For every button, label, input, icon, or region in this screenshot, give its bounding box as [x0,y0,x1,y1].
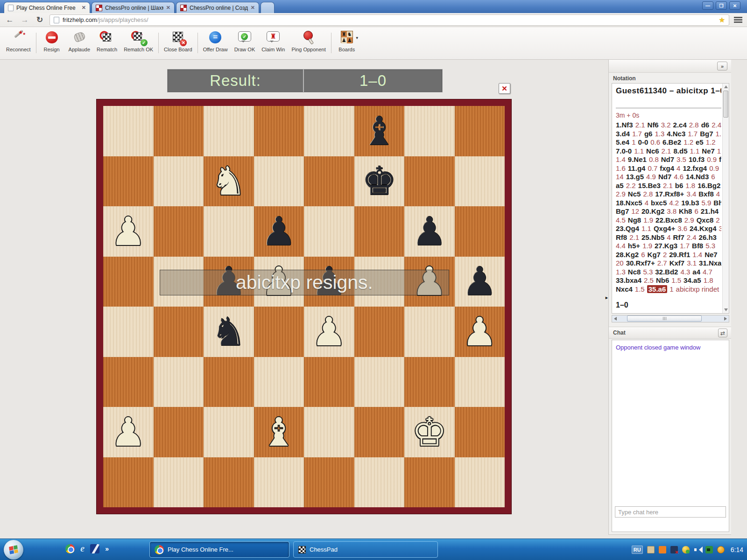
close-board-button[interactable]: ✕Close Board [161,29,196,58]
notation-line[interactable]: Bg71220.Kg23.8Kh8621.h41 [616,207,721,216]
move-token[interactable]: Rf7 [673,233,684,241]
move-token[interactable]: 11.g4 [628,164,646,172]
move-token[interactable]: 6.Be2 [662,138,681,146]
rematch-button[interactable]: ⟳Rematch [93,29,120,58]
white-pawn[interactable]: ♟ [455,307,505,357]
move-token[interactable]: 29.Rf1 [669,251,690,259]
tab-play-chess[interactable]: Play Chess Online Free ✕ [4,2,90,13]
notation-line[interactable]: 2.9Nc52.817.Rxf8+3.4Bxf84 [616,190,721,199]
square-h4[interactable]: ♟ [455,307,505,357]
menu-icon[interactable] [734,17,742,23]
move-token[interactable]: Nxc4 [616,285,633,293]
move-token[interactable]: e5 [696,138,704,146]
move-token[interactable]: 19.b3 [681,199,699,207]
notation-line[interactable]: 23.Qg41.1Qxg4+3.624.Kxg43 [616,224,721,233]
move-token[interactable]: 15.Be3 [638,182,661,189]
square-f7[interactable]: ♚ [354,156,405,207]
notification-icon[interactable] [717,546,725,553]
tray-orange-icon[interactable] [659,546,666,553]
chat-refresh-icon[interactable]: ⇄ [718,329,727,337]
move-token[interactable]: 17.Rxf8+ [655,190,684,198]
move-token[interactable]: 27.Kg3 [655,242,677,250]
square-d6[interactable]: ♟ [254,206,304,257]
move-token[interactable]: Bg7 [616,207,629,215]
move-token[interactable]: 7.0-0 [616,147,632,155]
forward-icon[interactable]: → [20,15,30,25]
square-a5[interactable] [103,257,154,307]
black-pawn[interactable]: ♟ [455,257,505,307]
offer-draw-button[interactable]: =Offer Draw [200,29,231,58]
square-d3[interactable] [254,357,304,407]
move-token[interactable]: 16.Bg2 [698,182,720,189]
new-tab-button[interactable] [261,2,275,13]
move-token[interactable]: Nd7 [658,173,671,181]
square-e1[interactable] [304,457,354,508]
move-token[interactable]: Qxc8 [697,216,714,224]
move-token[interactable]: 1.Nf3 [616,121,633,129]
white-pawn[interactable]: ♟ [103,407,154,457]
start-button[interactable] [4,540,23,560]
square-a2[interactable]: ♟ [103,407,154,457]
move-token[interactable]: 3.d4 [616,130,630,138]
move-token[interactable]: d6 [701,121,710,129]
black-bishop[interactable]: ♝ [354,106,405,156]
black-pawn[interactable]: ♟ [404,206,455,257]
square-e8[interactable] [304,106,354,156]
move-token[interactable]: 4.Nc3 [667,130,685,138]
tab-chesspro-2[interactable]: ChessPro online | Создание ✕ [176,2,259,13]
move-token[interactable]: b6 [675,182,684,189]
move-token[interactable]: Kh8 [679,207,692,215]
applaude-button[interactable]: Applaude [65,29,94,58]
move-token[interactable]: fxg4 [660,164,674,172]
square-h7[interactable] [455,156,505,207]
square-c1[interactable] [204,457,254,508]
tab-close-icon[interactable]: ✕ [251,5,255,11]
move-token[interactable]: 13.g5 [626,173,644,181]
draw-ok-button[interactable]: ✓Draw OK [231,29,259,58]
square-f6[interactable] [354,206,405,257]
minimize-button[interactable]: — [702,1,713,10]
move-token[interactable]: Nb6 [656,276,669,284]
scroll-down-icon[interactable] [723,307,729,313]
square-b1[interactable] [154,457,204,508]
move-token[interactable]: Qxg4+ [654,224,675,232]
notation-box[interactable]: Guest611340 – abicitxp 1–0 3m + 0s 1.Nf3… [612,83,729,314]
square-g6[interactable]: ♟ [404,206,455,257]
square-d4[interactable] [254,307,304,357]
reload-icon[interactable]: ↻ [35,15,45,25]
quick-launch-chevron[interactable]: » [105,545,109,553]
move-token[interactable]: Ne7 [702,147,715,155]
notation-line[interactable]: 18.Nxc54bxc54.219.b35.9Bh6 [616,199,721,208]
internet-explorer-icon[interactable]: e [80,543,85,554]
move-token[interactable]: 22.Bxc8 [655,216,682,224]
square-e3[interactable] [304,357,354,407]
notation-line[interactable]: 3.d41.7g61.34.Nc31.7Bg71.4 [616,130,721,139]
move-token[interactable]: a4 [692,268,700,276]
square-g3[interactable] [404,357,455,407]
square-c7[interactable]: ♞ [204,156,254,207]
move-token[interactable]: 24.Kxg4 [690,224,717,232]
move-token[interactable]: Nc6 [646,147,659,155]
move-token[interactable]: Nc5 [628,190,641,198]
move-token[interactable]: 21.h4 [701,207,719,215]
chess-board[interactable]: ♝♞♚♟♟♟♟♟♟♟♟♞♟♟♟♝♚ [97,99,511,514]
resign-button[interactable]: Resign [38,29,65,58]
square-g7[interactable] [404,156,455,207]
square-a6[interactable]: ♟ [103,206,154,257]
square-f2[interactable] [354,407,405,457]
black-king[interactable]: ♚ [354,156,405,207]
square-e4[interactable]: ♟ [304,307,354,357]
move-token[interactable]: Bg7 [700,130,713,138]
notation-line[interactable]: 1.Nf32.1Nf63.22.c42.8d62.4 [616,121,721,130]
square-f3[interactable] [354,357,405,407]
white-pawn[interactable]: ♟ [304,307,354,357]
reconnect-button[interactable]: ★★Reconnect [3,29,34,58]
white-pawn[interactable]: ♟ [103,206,154,257]
square-f4[interactable] [354,307,405,357]
move-token[interactable]: Rf8 [616,233,627,241]
notation-line[interactable]: 1.49.Ne10.8Nd73.510.f30.9f5 [616,155,721,164]
move-token[interactable]: 12.fxg4 [683,164,707,172]
square-d2[interactable]: ♝ [254,407,304,457]
move-token[interactable]: h5+ [628,242,640,250]
square-a4[interactable] [103,307,154,357]
